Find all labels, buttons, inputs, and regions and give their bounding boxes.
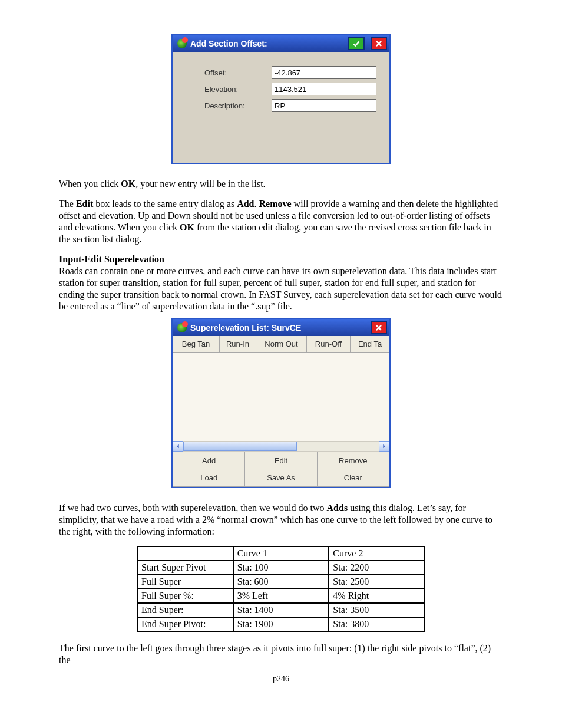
horizontal-scrollbar[interactable] bbox=[173, 441, 389, 452]
scroll-track[interactable] bbox=[183, 441, 379, 452]
close-button[interactable] bbox=[371, 321, 387, 334]
app-logo-icon bbox=[177, 39, 187, 48]
col-run-off[interactable]: Run-Off bbox=[307, 336, 351, 352]
table-cell bbox=[137, 546, 233, 561]
scroll-thumb[interactable] bbox=[183, 442, 297, 451]
paragraph-edit-remove: The Edit box leads to the same entry dia… bbox=[59, 198, 503, 245]
scroll-right-button[interactable] bbox=[379, 441, 389, 452]
dialog2-titlebar: Superelevation List: SurvCE bbox=[173, 319, 389, 336]
table-cell: End Super Pivot: bbox=[137, 617, 233, 631]
chevron-left-icon bbox=[176, 444, 180, 449]
chevron-right-icon bbox=[382, 444, 386, 449]
table-cell: Sta: 3800 bbox=[329, 617, 425, 631]
table-cell: 4% Right bbox=[329, 589, 425, 603]
section-superelevation: Input-Edit Superelevation Roads can cont… bbox=[59, 253, 503, 312]
edit-button[interactable]: Edit bbox=[245, 452, 317, 469]
x-icon bbox=[375, 324, 383, 332]
app-logo-icon bbox=[177, 323, 187, 332]
table-cell: Full Super bbox=[137, 575, 233, 589]
table-cell: 3% Left bbox=[233, 589, 329, 603]
table-cell: Sta: 100 bbox=[233, 561, 329, 575]
scroll-left-button[interactable] bbox=[173, 441, 183, 452]
close-button[interactable] bbox=[371, 37, 387, 50]
add-section-offset-dialog: Add Section Offset: Offset: Elevation: D… bbox=[171, 34, 391, 164]
list-header: Beg Tan Run-In Norm Out Run-Off End Ta bbox=[173, 336, 389, 353]
list-body[interactable] bbox=[173, 353, 389, 441]
description-label: Description: bbox=[204, 101, 272, 110]
description-input[interactable] bbox=[272, 99, 376, 112]
table-cell: Sta: 2200 bbox=[329, 561, 425, 575]
load-button[interactable]: Load bbox=[173, 469, 245, 487]
paragraph-two-curves: If we had two curves, both with superele… bbox=[59, 502, 503, 538]
table-cell: End Super: bbox=[137, 603, 233, 617]
table-cell: Start Super Pivot bbox=[137, 561, 233, 575]
superelevation-list-dialog: Superelevation List: SurvCE Beg Tan Run-… bbox=[171, 318, 391, 488]
col-end-tan[interactable]: End Ta bbox=[351, 336, 389, 352]
add-button[interactable]: Add bbox=[173, 452, 245, 469]
paragraph-ok-note: When you click OK, your new entry will b… bbox=[59, 178, 503, 190]
table-cell: Sta: 1400 bbox=[233, 603, 329, 617]
col-norm-out[interactable]: Norm Out bbox=[256, 336, 307, 352]
offset-input[interactable] bbox=[272, 66, 376, 79]
heading-input-edit-superelevation: Input-Edit Superelevation bbox=[59, 254, 164, 264]
table-header-curve1: Curve 1 bbox=[233, 546, 329, 561]
paragraph-superelevation-intro: Roads can contain one or more curves, an… bbox=[59, 266, 502, 311]
curve-data-table: Curve 1 Curve 2 Start Super Pivot Sta: 1… bbox=[137, 546, 425, 632]
ok-button[interactable] bbox=[348, 37, 365, 50]
table-cell: Full Super %: bbox=[137, 589, 233, 603]
elevation-label: Elevation: bbox=[204, 85, 272, 94]
table-cell: Sta: 3500 bbox=[329, 603, 425, 617]
col-beg-tan[interactable]: Beg Tan bbox=[173, 336, 220, 352]
dialog-title: Add Section Offset: bbox=[190, 39, 267, 48]
table-cell: Sta: 600 bbox=[233, 575, 329, 589]
remove-button[interactable]: Remove bbox=[318, 452, 389, 469]
paragraph-three-stages: The first curve to the left goes through… bbox=[59, 643, 503, 666]
saveas-button[interactable]: Save As bbox=[245, 469, 317, 487]
table-cell: Sta: 2500 bbox=[329, 575, 425, 589]
table-cell: Sta: 1900 bbox=[233, 617, 329, 631]
dialog2-title: Superelevation List: SurvCE bbox=[190, 323, 301, 332]
elevation-input[interactable] bbox=[272, 83, 376, 95]
check-icon bbox=[352, 39, 361, 48]
dialog-titlebar: Add Section Offset: bbox=[173, 35, 389, 52]
clear-button[interactable]: Clear bbox=[318, 469, 389, 487]
table-header-curve2: Curve 2 bbox=[329, 546, 425, 561]
page-number: p246 bbox=[59, 674, 503, 684]
x-icon bbox=[375, 39, 383, 48]
offset-label: Offset: bbox=[204, 68, 272, 77]
col-run-in[interactable]: Run-In bbox=[220, 336, 256, 352]
